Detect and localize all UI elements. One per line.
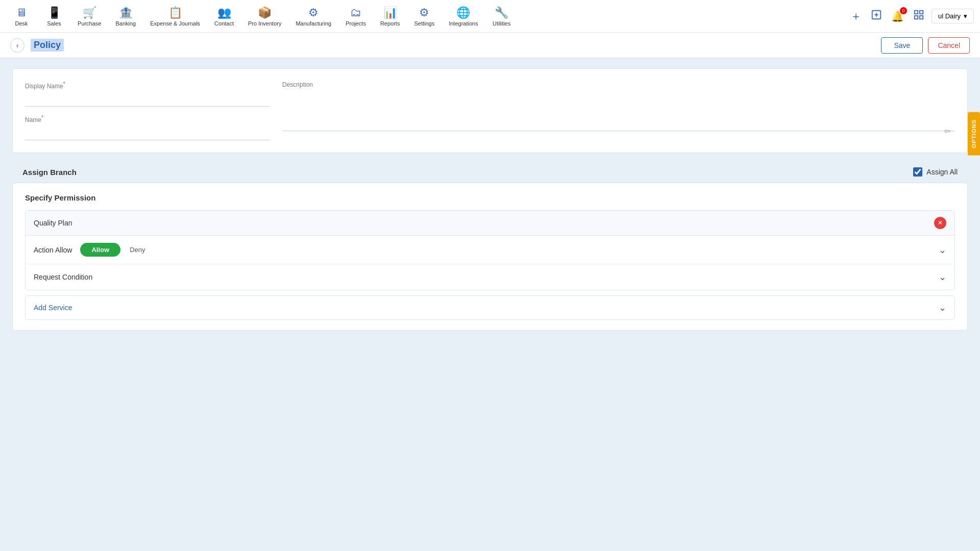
assign-all-container: Assign All xyxy=(913,167,958,177)
assign-branch-title: Assign Branch xyxy=(22,168,77,177)
add-service-row[interactable]: Add Service ⌄ xyxy=(25,295,955,320)
utilities-icon: 🔧 xyxy=(495,6,508,19)
specify-permission-section: Specify Permission Quality Plan × Action… xyxy=(12,183,968,331)
import-button[interactable] xyxy=(869,7,884,25)
integrations-icon: 🌐 xyxy=(456,6,470,19)
nav-item-projects[interactable]: 🗂 Projects xyxy=(339,3,372,30)
quality-plan-header: Quality Plan × xyxy=(26,211,954,236)
name-field: Name* xyxy=(25,115,270,140)
add-service-button[interactable]: Add Service xyxy=(34,304,72,312)
form-card: Display Name* Name* Description ✏ xyxy=(12,68,968,153)
reports-icon: 📊 xyxy=(383,6,397,19)
nav-label-expense: Expense & Journals xyxy=(150,20,200,27)
svg-rect-4 xyxy=(920,11,923,14)
nav-item-settings[interactable]: ⚙ Settings xyxy=(408,3,440,30)
display-name-input[interactable] xyxy=(25,92,270,107)
page-title: Policy xyxy=(31,39,64,52)
sales-icon: 📱 xyxy=(47,6,61,19)
contact-icon: 👥 xyxy=(217,6,231,19)
company-name: ul Dairy xyxy=(938,12,961,20)
svg-rect-5 xyxy=(915,16,918,19)
projects-icon: 🗂 xyxy=(350,6,361,19)
action-allow-row: Action Allow Allow Deny ⌄ xyxy=(26,236,954,264)
request-condition-chevron[interactable]: ⌄ xyxy=(939,271,946,283)
quality-plan-close-button[interactable]: × xyxy=(934,217,946,229)
nav-item-pro-inventory[interactable]: 📦 Pro Inventory xyxy=(242,3,287,30)
nav-item-integrations[interactable]: 🌐 Integrations xyxy=(443,3,484,30)
nav-label-integrations: Integrations xyxy=(449,20,478,27)
action-allow-label: Action Allow xyxy=(34,246,72,254)
form-col-right: Description ✏ xyxy=(282,81,955,140)
assign-all-checkbox[interactable] xyxy=(913,167,922,177)
nav-item-purchase[interactable]: 🛒 Purchase xyxy=(71,3,107,30)
nav-label-reports: Reports xyxy=(380,20,400,27)
header-actions: Save Cancel xyxy=(881,37,970,54)
main-content: Display Name* Name* Description ✏ xyxy=(0,58,980,551)
pro-inventory-icon: 📦 xyxy=(258,6,272,19)
specify-permission-title: Specify Permission xyxy=(25,193,955,202)
nav-item-expense[interactable]: 📋 Expense & Journals xyxy=(144,3,206,30)
deny-button[interactable]: Deny xyxy=(125,243,150,257)
nav-label-settings: Settings xyxy=(414,20,434,27)
options-tab[interactable]: OPTIONS xyxy=(968,112,980,156)
quality-plan-card: Quality Plan × Action Allow Allow Deny ⌄… xyxy=(25,210,955,290)
cancel-button[interactable]: Cancel xyxy=(928,37,970,54)
settings-icon: ⚙ xyxy=(419,6,429,19)
expense-icon: 📋 xyxy=(168,6,182,19)
edit-icon: ✏ xyxy=(944,127,951,136)
chevron-down-icon: ▾ xyxy=(964,12,967,20)
purchase-icon: 🛒 xyxy=(83,6,96,19)
description-label: Description xyxy=(282,81,955,88)
grid-button[interactable] xyxy=(911,7,926,25)
add-service-chevron[interactable]: ⌄ xyxy=(939,302,946,313)
navbar: 🖥 Desk 📱 Sales 🛒 Purchase 🏦 Banking 📋 Ex… xyxy=(0,0,980,33)
nav-right: ＋ 🔔 0 ul Dairy ▾ xyxy=(848,7,974,26)
add-button[interactable]: ＋ xyxy=(848,7,864,26)
request-condition-label: Request Condition xyxy=(34,273,92,281)
action-row-chevron[interactable]: ⌄ xyxy=(939,244,946,256)
nav-label-purchase: Purchase xyxy=(78,20,101,27)
nav-item-desk[interactable]: 🖥 Desk xyxy=(6,3,37,30)
nav-label-banking: Banking xyxy=(115,20,136,27)
page-header: ‹ Policy Save Cancel xyxy=(0,33,980,58)
back-button[interactable]: ‹ xyxy=(10,38,24,53)
desk-icon: 🖥 xyxy=(16,6,27,19)
company-selector[interactable]: ul Dairy ▾ xyxy=(932,9,974,23)
action-controls: Allow Deny xyxy=(80,243,939,257)
quality-plan-title: Quality Plan xyxy=(34,219,72,227)
nav-item-contact[interactable]: 👥 Contact xyxy=(208,3,240,30)
request-condition-row: Request Condition ⌄ xyxy=(26,264,954,290)
banking-icon: 🏦 xyxy=(119,6,133,19)
manufacturing-icon: ⚙ xyxy=(308,6,318,19)
nav-label-manufacturing: Manufacturing xyxy=(296,20,331,27)
name-label: Name* xyxy=(25,115,270,123)
svg-rect-3 xyxy=(915,11,918,14)
notification-button[interactable]: 🔔 0 xyxy=(889,8,906,24)
nav-label-pro-inventory: Pro Inventory xyxy=(248,20,281,27)
nav-item-banking[interactable]: 🏦 Banking xyxy=(109,3,142,30)
assign-all-label: Assign All xyxy=(926,168,958,176)
nav-item-manufacturing[interactable]: ⚙ Manufacturing xyxy=(289,3,337,30)
nav-label-utilities: Utilities xyxy=(493,20,510,27)
nav-label-contact: Contact xyxy=(214,20,234,27)
nav-label-sales: Sales xyxy=(47,20,61,27)
svg-rect-6 xyxy=(920,16,923,19)
nav-label-desk: Desk xyxy=(15,20,28,27)
description-input[interactable] xyxy=(282,90,955,131)
notification-badge: 0 xyxy=(900,7,907,14)
assign-branch-section: Assign Branch Assign All xyxy=(12,161,968,183)
form-col-left: Display Name* Name* xyxy=(25,81,270,140)
name-input[interactable] xyxy=(25,126,270,140)
display-name-label: Display Name* xyxy=(25,81,270,90)
save-button[interactable]: Save xyxy=(881,37,923,54)
allow-button[interactable]: Allow xyxy=(80,243,120,257)
nav-item-utilities[interactable]: 🔧 Utilities xyxy=(486,3,517,30)
nav-label-projects: Projects xyxy=(346,20,366,27)
form-row: Display Name* Name* Description ✏ xyxy=(25,81,955,140)
display-name-field: Display Name* xyxy=(25,81,270,107)
description-field: Description xyxy=(282,81,955,131)
nav-items: 🖥 Desk 📱 Sales 🛒 Purchase 🏦 Banking 📋 Ex… xyxy=(6,3,848,30)
nav-item-reports[interactable]: 📊 Reports xyxy=(374,3,406,30)
nav-item-sales[interactable]: 📱 Sales xyxy=(39,3,69,30)
